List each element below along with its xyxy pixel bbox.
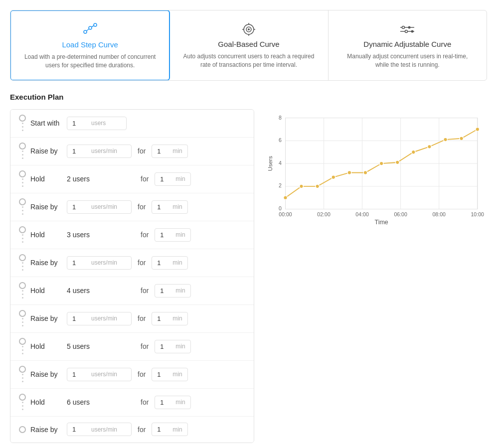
svg-point-43 [284,195,288,199]
hold-static-value: 3 users [67,231,107,239]
timeline-connector [18,426,26,433]
svg-point-7 [248,28,250,30]
dynamic-description: Manually adjust concurrent users in real… [340,52,475,69]
action-type-label: Raise by [30,370,63,378]
hold-static-value: 6 users [67,398,107,406]
goal-based-title: Goal-Based Curve [181,40,316,48]
main-content: Start withusersRaise byusers/minforminHo… [10,109,487,448]
svg-text:00:00: 00:00 [279,211,292,217]
svg-text:8: 8 [279,114,282,120]
raise-duration-input[interactable]: min [152,368,187,381]
raise-value-input[interactable]: users/min [67,256,132,270]
raise-value-field[interactable] [72,315,87,322]
hold-static-value: 5 users [67,342,107,350]
action-type-label: Hold [30,231,63,239]
svg-point-51 [411,150,415,154]
hold-duration-field[interactable] [160,231,172,239]
hold-duration-unit: min [175,343,185,350]
raise-value-field[interactable] [72,426,87,433]
raise-duration-field[interactable] [157,203,169,211]
raise-value-input[interactable]: users/min [67,368,132,381]
action-row: Raise byusers/minformin [10,193,254,221]
svg-text:06:00: 06:00 [394,211,407,217]
svg-point-2 [94,23,97,26]
curve-option-dynamic[interactable]: Dynamic Adjustable Curve Manually adjust… [329,10,487,80]
timeline-connector [18,310,26,327]
timeline-connector [18,282,26,299]
action-row: Raise byusers/minformin [10,417,254,443]
hold-duration-field[interactable] [160,287,172,295]
hold-duration-field[interactable] [160,175,172,183]
timeline-connector [18,115,26,132]
hold-duration-input[interactable]: min [155,396,190,409]
for-label: for [141,398,149,406]
timeline-connector [18,198,26,216]
hold-duration-input[interactable]: min [155,284,190,298]
load-chart: 0 2 4 6 8 Users 00:00 02:00 04:00 06:00 … [266,113,487,228]
action-type-label: Raise by [30,259,63,267]
load-step-title: Load Step Curve [23,40,157,49]
raise-value-input[interactable]: users/min [67,312,132,325]
raise-unit-label: users/min [91,203,117,210]
dynamic-icon [398,32,416,40]
raise-duration-input[interactable]: min [152,256,187,270]
raise-value-field[interactable] [72,259,87,267]
hold-duration-field[interactable] [160,343,172,350]
raise-duration-field[interactable] [157,315,169,322]
hold-duration-field[interactable] [160,399,172,406]
for-label: for [138,426,146,434]
timeline-connector [18,143,26,160]
svg-point-16 [405,30,408,33]
action-type-label: Raise by [30,147,63,155]
raise-duration-input[interactable]: min [152,200,187,214]
svg-text:04:00: 04:00 [355,211,369,217]
start-unit-label: users [91,120,106,127]
raise-value-field[interactable] [72,371,87,378]
svg-text:Time: Time [374,219,388,226]
raise-value-input[interactable]: users/min [67,145,132,158]
start-value-field[interactable] [72,120,87,127]
action-type-label: Raise by [30,203,63,211]
raise-duration-field[interactable] [157,148,169,155]
raise-duration-unit: min [172,148,182,154]
svg-point-52 [428,145,432,149]
action-list-container: Start withusersRaise byusers/minforminHo… [10,109,254,448]
timeline-connector [18,254,26,272]
hold-duration-input[interactable]: min [155,340,190,353]
raise-value-input[interactable]: users/min [67,423,132,436]
raise-duration-field[interactable] [157,371,169,378]
action-row: Hold4 usersformin [10,277,254,305]
svg-text:4: 4 [279,160,282,166]
svg-point-48 [363,170,367,174]
raise-duration-unit: min [172,203,182,210]
hold-duration-unit: min [175,231,185,238]
raise-duration-field[interactable] [157,259,169,267]
raise-duration-unit: min [172,315,182,322]
raise-duration-input[interactable]: min [152,145,187,158]
action-list: Start withusersRaise byusers/minforminHo… [10,109,254,443]
hold-static-value: 4 users [67,287,107,295]
curve-option-load-step[interactable]: Load Step Curve Load with a pre-determin… [10,10,170,81]
svg-text:Users: Users [267,155,273,170]
raise-duration-field[interactable] [157,426,169,433]
svg-text:2: 2 [279,182,282,188]
svg-point-44 [300,184,304,188]
raise-duration-input[interactable]: min [152,423,187,436]
raise-value-field[interactable] [72,148,87,155]
svg-text:02:00: 02:00 [317,211,331,217]
curve-option-goal-based[interactable]: Goal-Based Curve Auto adjusts concurrent… [169,10,328,80]
start-value-input[interactable]: users [67,117,127,130]
raise-value-input[interactable]: users/min [67,200,132,214]
curve-selector: Load Step Curve Load with a pre-determin… [10,10,487,81]
raise-duration-input[interactable]: min [152,312,187,325]
goal-based-description: Auto adjusts concurrent users to reach a… [181,52,316,69]
hold-duration-input[interactable]: min [155,172,190,186]
raise-duration-unit: min [172,371,182,378]
svg-text:6: 6 [279,137,282,143]
hold-duration-input[interactable]: min [155,228,190,242]
svg-point-0 [84,30,87,33]
hold-duration-unit: min [175,399,185,406]
chart-container: 0 2 4 6 8 Users 00:00 02:00 04:00 06:00 … [266,109,487,448]
raise-value-field[interactable] [72,203,87,211]
raise-unit-label: users/min [91,315,117,322]
